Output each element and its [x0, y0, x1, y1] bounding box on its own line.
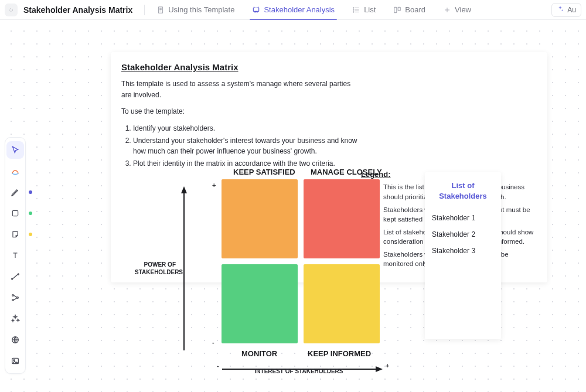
list-icon: [352, 6, 360, 14]
automation-label: Au: [567, 6, 576, 14]
quadrant-label-top-left: KEEP SATISFIED: [233, 168, 295, 176]
tool-ai[interactable]: [6, 310, 24, 328]
tool-connector[interactable]: [6, 268, 24, 285]
whiteboard-canvas[interactable]: Stakeholder Analysis Matrix This templat…: [0, 20, 586, 392]
tool-text[interactable]: [6, 247, 24, 264]
quadrant-bot-left[interactable]: [222, 264, 298, 343]
matrix[interactable]: KEEP SATISFIED MANAGE CLOSELY + - POWER …: [182, 168, 393, 343]
svg-rect-15: [12, 358, 19, 363]
x-tick-high: +: [386, 362, 389, 369]
tool-shape[interactable]: [6, 204, 24, 222]
tool-web[interactable]: [6, 331, 24, 349]
document-icon: [156, 6, 165, 14]
svg-rect-6: [394, 7, 397, 12]
tab-stakeholder-analysis[interactable]: Stakeholder Analysis: [246, 0, 340, 20]
quadrant-top-left[interactable]: [222, 179, 298, 258]
automation-button[interactable]: Au: [551, 3, 581, 17]
tab-board[interactable]: Board: [387, 0, 431, 20]
svg-point-9: [12, 278, 13, 279]
color-dot-yellow: [29, 233, 32, 236]
svg-point-12: [12, 299, 14, 301]
tool-relations[interactable]: [6, 289, 24, 306]
stakeholders-card[interactable]: List of Stakeholders Stakeholder 1 Stake…: [425, 172, 501, 339]
info-steps-list: Identify your stakeholders. Understand y…: [121, 123, 362, 169]
svg-rect-7: [398, 7, 401, 11]
y-axis-label: POWER OF STAKEHOLDERS: [135, 261, 176, 276]
tab-label: Stakeholder Analysis: [264, 5, 335, 14]
svg-marker-18: [181, 186, 187, 193]
tool-diagram[interactable]: [6, 162, 24, 180]
y-axis-arrow: [178, 185, 190, 355]
tab-label: Board: [405, 5, 425, 14]
svg-rect-2: [254, 8, 259, 11]
tab-label: Using this Template: [168, 5, 234, 14]
svg-point-11: [12, 295, 14, 296]
stakeholder-item[interactable]: Stakeholder 3: [432, 247, 494, 255]
svg-point-3: [353, 7, 354, 8]
quadrant-top-right[interactable]: [304, 179, 380, 258]
info-use-intro: To use the template:: [121, 106, 362, 117]
add-view-button[interactable]: View: [437, 0, 477, 20]
svg-point-4: [353, 9, 354, 10]
board-icon: [393, 6, 401, 14]
tab-using-template[interactable]: Using this Template: [151, 0, 240, 20]
info-step: Identify your stakeholders.: [133, 123, 362, 134]
tool-pen[interactable]: [6, 183, 24, 201]
tab-label: List: [364, 5, 376, 14]
top-bar: Stakeholder Analysis Matrix Using this T…: [0, 0, 586, 20]
svg-point-16: [13, 360, 15, 361]
plus-icon: [443, 6, 451, 14]
add-view-label: View: [455, 5, 471, 14]
quadrant-label-bot-right: KEEP INFORMED: [308, 349, 371, 358]
tool-select[interactable]: [6, 141, 24, 159]
matrix-grid: [222, 179, 393, 343]
quadrant-label-bot-left: MONITOR: [241, 349, 277, 358]
svg-rect-8: [12, 210, 18, 216]
color-dot-blue: [29, 190, 32, 194]
tab-list[interactable]: List: [346, 0, 381, 20]
info-paragraph: This template is used to assess a system…: [121, 79, 362, 100]
stakeholder-item[interactable]: Stakeholder 2: [432, 230, 494, 238]
svg-point-13: [17, 297, 19, 299]
x-axis-label: INTEREST OF STAKEHOLDERS: [217, 368, 381, 376]
tool-image[interactable]: [6, 352, 24, 370]
sparkle-icon: [557, 5, 564, 14]
divider: [144, 5, 145, 15]
color-dot-green: [29, 212, 32, 215]
workspace-logo[interactable]: [5, 4, 18, 16]
tool-sticky-note[interactable]: [6, 226, 24, 243]
info-left: Stakeholder Analysis Matrix This templat…: [121, 60, 362, 170]
quadrant-label-top-right: MANAGE CLOSELY: [311, 168, 382, 176]
page-title: Stakeholder Analysis Matrix: [23, 5, 132, 15]
whiteboard-icon: [252, 6, 260, 14]
svg-point-10: [18, 274, 19, 275]
svg-point-14: [12, 337, 19, 343]
left-toolbar: [5, 137, 26, 374]
info-heading: Stakeholder Analysis Matrix: [121, 60, 362, 74]
quadrant-bot-right[interactable]: [304, 264, 380, 343]
stakeholder-item[interactable]: Stakeholder 1: [432, 214, 494, 222]
y-tick-high: +: [212, 182, 216, 189]
y-tick-low: -: [212, 339, 214, 346]
svg-point-5: [353, 11, 354, 12]
svg-point-0: [10, 8, 13, 11]
stakeholders-heading: List of Stakeholders: [432, 180, 494, 201]
info-step: Understand your stakeholder's interest t…: [133, 135, 362, 157]
